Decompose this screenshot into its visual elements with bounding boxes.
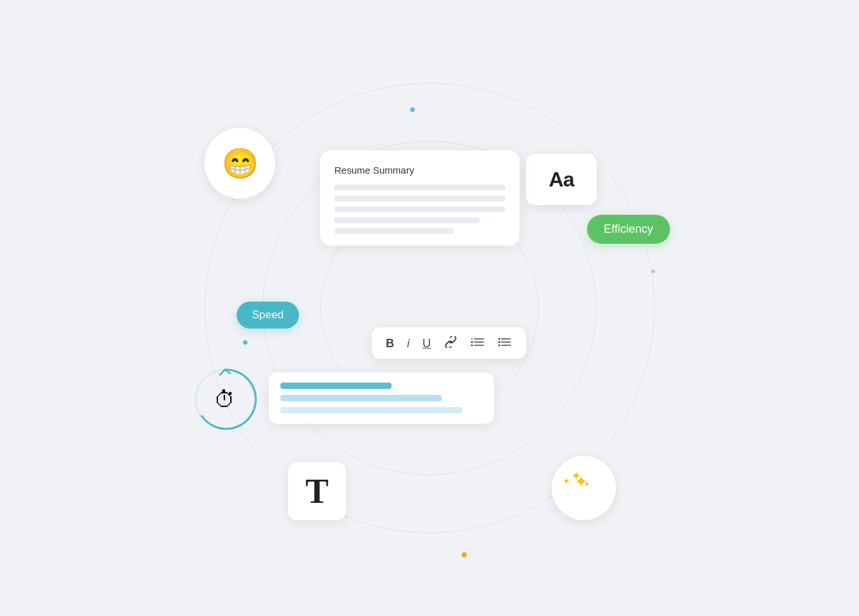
emoji-circle: 😁: [204, 128, 275, 199]
text-lines-card: [269, 372, 494, 424]
efficiency-label: Efficiency: [604, 222, 653, 235]
italic-button[interactable]: i: [407, 338, 410, 349]
main-scene: 😁 Aa Efficiency Speed Resume Summary B i…: [140, 51, 719, 565]
unordered-list-button[interactable]: [498, 336, 512, 350]
resume-line-2: [334, 195, 505, 201]
timer-wrapper: ⏱: [192, 366, 258, 435]
text-line-1: [280, 383, 392, 389]
toolbar-card: B i U: [372, 327, 526, 359]
sparkle-circle: ✦ ✦ ✦ ✦: [552, 456, 616, 520]
link-button[interactable]: [444, 336, 458, 350]
aa-badge: Aa: [526, 154, 597, 205]
text-line-2: [280, 395, 442, 401]
dot-teal-top: [410, 107, 415, 112]
resume-line-3: [334, 206, 505, 212]
resume-line-4: [334, 217, 480, 223]
emoji-icon: 😁: [222, 146, 258, 181]
aa-text: Aa: [549, 168, 574, 192]
efficiency-badge: Efficiency: [587, 215, 670, 244]
resume-card: Resume Summary: [320, 150, 520, 246]
svg-point-7: [498, 341, 500, 343]
dot-gray-right: [651, 269, 655, 273]
t-letter: T: [305, 471, 329, 511]
svg-point-6: [498, 338, 500, 340]
resume-line-1: [334, 185, 505, 190]
sparkle-icon: ✦ ✦ ✦ ✦: [568, 475, 600, 502]
underline-button[interactable]: U: [422, 338, 431, 349]
text-line-3: [280, 407, 462, 413]
t-badge: T: [288, 462, 346, 520]
dot-teal-left: [243, 340, 248, 345]
resume-line-5: [334, 228, 454, 234]
dot-orange-bottom: [462, 552, 467, 557]
bold-button[interactable]: B: [386, 338, 394, 349]
speed-badge: Speed: [237, 302, 299, 329]
svg-point-8: [498, 345, 500, 347]
resume-card-title: Resume Summary: [334, 165, 505, 176]
speed-label: Speed: [252, 309, 284, 321]
ordered-list-button[interactable]: [471, 336, 485, 350]
timer-emoji: ⏱: [192, 366, 258, 433]
